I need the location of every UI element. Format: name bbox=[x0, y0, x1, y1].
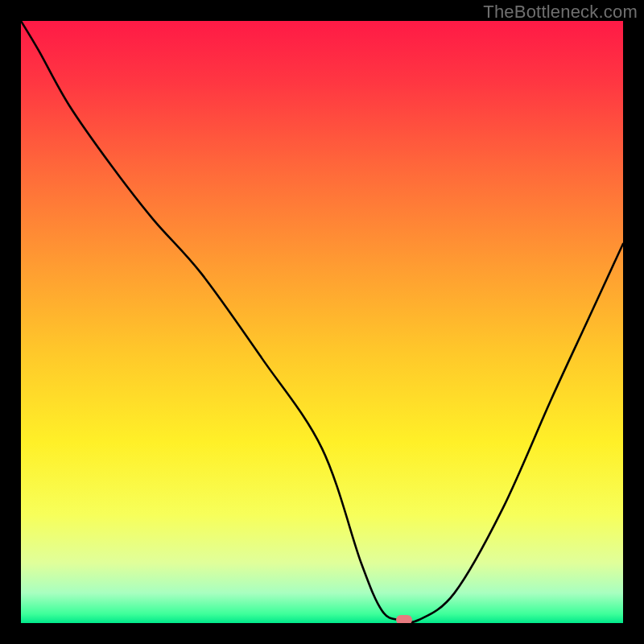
plot-area bbox=[21, 21, 623, 623]
bottleneck-curve bbox=[21, 21, 623, 623]
watermark-text: TheBottleneck.com bbox=[483, 2, 638, 23]
optimal-point-marker bbox=[396, 615, 412, 624]
chart-frame: TheBottleneck.com bbox=[0, 0, 644, 644]
